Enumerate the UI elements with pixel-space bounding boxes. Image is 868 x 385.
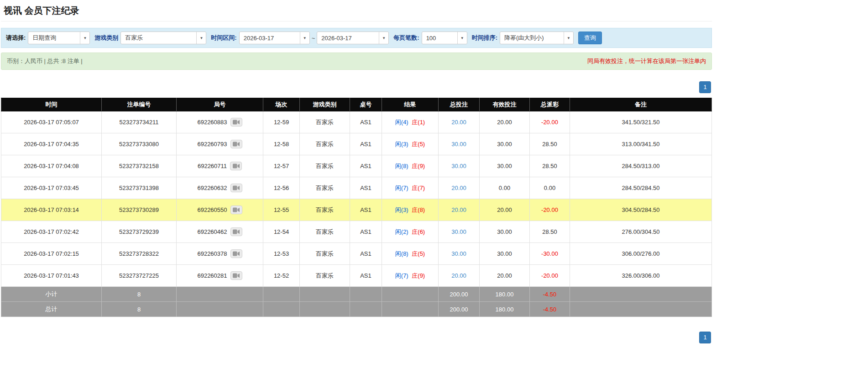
time-sort-dropdown[interactable]: 降幂(由大到小) ▼ bbox=[500, 32, 574, 44]
total-bet-link[interactable]: 20.00 bbox=[451, 272, 466, 279]
summary-total-bet: 200.00 bbox=[439, 302, 480, 317]
cell-round-id: 692260378 bbox=[177, 243, 263, 265]
cell-total-bet: 30.00 bbox=[439, 221, 480, 243]
cell-bet-id: 523273734211 bbox=[102, 111, 177, 133]
video-replay-button[interactable] bbox=[230, 184, 242, 192]
cell-time: 2026-03-17 07:02:15 bbox=[1, 243, 102, 265]
cell-game-type: 百家乐 bbox=[300, 243, 350, 265]
round-id-text: 692260632 bbox=[197, 185, 227, 191]
total-bet-link[interactable]: 30.00 bbox=[451, 163, 466, 169]
video-replay-button[interactable] bbox=[230, 140, 242, 148]
table-row: 2026-03-17 07:02:15 523273728322 6922603… bbox=[1, 243, 712, 265]
pagination-bottom: 1 bbox=[1, 332, 712, 343]
cell-table-no: AS1 bbox=[350, 221, 382, 243]
summary-row: 总计 8 200.00 180.00 -4.50 bbox=[1, 302, 712, 317]
cell-time: 2026-03-17 07:04:08 bbox=[1, 155, 102, 177]
cell-bet-id: 523273727225 bbox=[102, 265, 177, 287]
table-row: 2026-03-17 07:03:14 523273730289 6922605… bbox=[1, 199, 712, 221]
table-row: 2026-03-17 07:05:07 523273734211 6922608… bbox=[1, 111, 712, 133]
summary-empty-cell bbox=[263, 287, 300, 302]
cell-table-no: AS1 bbox=[350, 265, 382, 287]
cell-session: 12-52 bbox=[263, 265, 300, 287]
cell-game-type: 百家乐 bbox=[300, 133, 350, 155]
result-banker: 庄(9) bbox=[412, 163, 425, 169]
time-range-label: 时间区间: bbox=[211, 34, 236, 42]
total-bet-link[interactable]: 20.00 bbox=[451, 119, 466, 126]
column-header: 桌号 bbox=[350, 98, 382, 111]
cell-round-id: 692260462 bbox=[177, 221, 263, 243]
cell-remark: 304.50/284.50 bbox=[570, 199, 712, 221]
column-header: 结果 bbox=[382, 98, 439, 111]
cell-bet-id: 523273732158 bbox=[102, 155, 177, 177]
cell-valid-bet: 0.00 bbox=[480, 177, 530, 199]
page-size-value: 100 bbox=[422, 32, 457, 44]
time-sort-value: 降幂(由大到小) bbox=[500, 32, 564, 44]
result-player: 闲(8) bbox=[395, 163, 408, 169]
video-replay-button[interactable] bbox=[230, 118, 242, 127]
video-replay-button[interactable] bbox=[230, 271, 242, 280]
filter-bar: 请选择: 日期查询 ▼ 游戏类别 百家乐 ▼ 时间区间: 2026-03-17 … bbox=[1, 28, 712, 48]
cell-total-bet: 30.00 bbox=[439, 155, 480, 177]
result-player: 闲(4) bbox=[395, 119, 408, 126]
cell-table-no: AS1 bbox=[350, 243, 382, 265]
cell-payout: -20.00 bbox=[530, 265, 570, 287]
total-bet-link[interactable]: 20.00 bbox=[451, 185, 466, 191]
cell-total-bet: 30.00 bbox=[439, 133, 480, 155]
round-id-text: 692260793 bbox=[197, 141, 227, 148]
search-button[interactable]: 查询 bbox=[578, 32, 602, 44]
pagination-top: 1 bbox=[1, 81, 712, 93]
time-sort-label: 时间排序: bbox=[472, 34, 497, 42]
summary-count: 8 bbox=[102, 287, 177, 302]
video-replay-button[interactable] bbox=[230, 227, 242, 236]
total-bet-link[interactable]: 30.00 bbox=[451, 250, 466, 257]
column-header: 备注 bbox=[570, 98, 712, 111]
cell-time: 2026-03-17 07:03:14 bbox=[1, 199, 102, 221]
chevron-down-icon: ▼ bbox=[300, 32, 309, 44]
total-bet-link[interactable]: 30.00 bbox=[451, 228, 466, 235]
result-player: 闲(7) bbox=[395, 272, 408, 279]
date-to-dropdown[interactable]: 2026-03-17 ▼ bbox=[317, 32, 389, 44]
table-row: 2026-03-17 07:01:43 523273727225 6922602… bbox=[1, 265, 712, 287]
result-banker: 庄(7) bbox=[412, 185, 425, 191]
cell-time: 2026-03-17 07:03:45 bbox=[1, 177, 102, 199]
round-id-text: 692260711 bbox=[198, 163, 227, 169]
cell-time: 2026-03-17 07:01:43 bbox=[1, 265, 102, 287]
column-header: 局号 bbox=[177, 98, 263, 111]
summary-empty-cell bbox=[382, 287, 439, 302]
result-banker: 庄(6) bbox=[412, 228, 425, 235]
cell-total-bet: 20.00 bbox=[439, 265, 480, 287]
cell-time: 2026-03-17 07:05:07 bbox=[1, 111, 102, 133]
date-from-dropdown[interactable]: 2026-03-17 ▼ bbox=[239, 32, 310, 44]
video-replay-button[interactable] bbox=[230, 249, 242, 258]
select-mode-value: 日期查询 bbox=[28, 32, 80, 44]
cell-result: 闲(4) 庄(1) bbox=[382, 111, 439, 133]
video-replay-button[interactable] bbox=[230, 162, 242, 170]
page-1-button[interactable]: 1 bbox=[699, 332, 711, 343]
video-replay-button[interactable] bbox=[230, 206, 242, 214]
column-header: 时间 bbox=[1, 98, 102, 111]
page-size-dropdown[interactable]: 100 ▼ bbox=[422, 32, 467, 44]
total-bet-link[interactable]: 20.00 bbox=[451, 206, 466, 213]
cell-valid-bet: 20.00 bbox=[480, 111, 530, 133]
summary-count: 8 bbox=[102, 302, 177, 317]
cell-bet-id: 523273731398 bbox=[102, 177, 177, 199]
game-type-dropdown[interactable]: 百家乐 ▼ bbox=[120, 32, 206, 44]
cell-result: 闲(8) 庄(9) bbox=[382, 155, 439, 177]
cell-session: 12-58 bbox=[263, 133, 300, 155]
total-bet-link[interactable]: 30.00 bbox=[451, 141, 466, 148]
cell-payout: -20.00 bbox=[530, 199, 570, 221]
summary-valid-bet: 180.00 bbox=[480, 287, 530, 302]
page-1-button[interactable]: 1 bbox=[699, 81, 711, 93]
select-mode-dropdown[interactable]: 日期查询 ▼ bbox=[28, 32, 90, 44]
cell-session: 12-53 bbox=[263, 243, 300, 265]
cell-game-type: 百家乐 bbox=[300, 155, 350, 177]
summary-row: 小计 8 200.00 180.00 -4.50 bbox=[1, 287, 712, 302]
cell-game-type: 百家乐 bbox=[300, 265, 350, 287]
cell-payout: 28.50 bbox=[530, 133, 570, 155]
summary-empty-cell bbox=[300, 287, 350, 302]
cell-session: 12-56 bbox=[263, 177, 300, 199]
summary-empty-cell bbox=[382, 302, 439, 317]
cell-result: 闲(8) 庄(5) bbox=[382, 243, 439, 265]
cell-bet-id: 523273733080 bbox=[102, 133, 177, 155]
cell-game-type: 百家乐 bbox=[300, 111, 350, 133]
